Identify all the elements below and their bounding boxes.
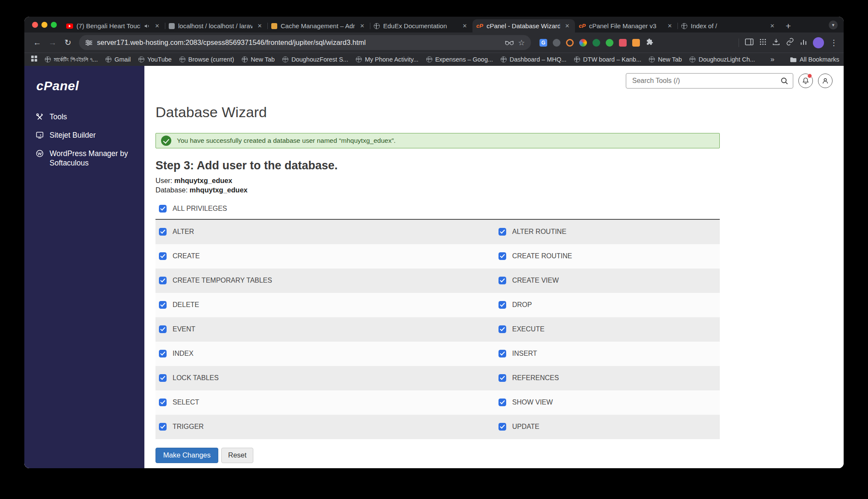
folder-icon	[790, 57, 797, 62]
minimize-window-button[interactable]	[41, 22, 47, 28]
bookmark-item[interactable]: YouTube	[138, 56, 172, 63]
bookmark-apps-icon[interactable]	[31, 56, 37, 63]
privilege-label: CREATE VIEW	[512, 277, 559, 284]
privilege-checkbox[interactable]	[499, 374, 506, 382]
tab-cpanel-file-manager[interactable]: cP cPanel File Manager v3 ✕	[575, 19, 677, 32]
tab-bengali-heart-touching[interactable]: (7) Bengali Heart Touchin ✕	[62, 19, 165, 32]
tab-close-icon[interactable]: ✕	[153, 22, 161, 30]
privilege-checkbox[interactable]	[159, 301, 167, 309]
toolbar-separator	[739, 38, 739, 47]
tab-cpanel-database-wizard[interactable]: cP cPanel - Database Wizard ✕	[472, 19, 575, 32]
cpanel-logo[interactable]: cPanel	[36, 79, 144, 93]
site-settings-icon[interactable]	[85, 39, 93, 46]
bookmark-item[interactable]: Dashboard – MHQ...	[501, 56, 566, 63]
extension-pink-icon[interactable]	[619, 39, 627, 47]
new-tab-button[interactable]: +	[782, 19, 795, 32]
notifications-button[interactable]	[798, 74, 813, 88]
close-window-button[interactable]	[32, 22, 38, 28]
extensions-puzzle-icon[interactable]	[645, 38, 654, 48]
url-text[interactable]: server171.web-hosting.com:2083/cpsess856…	[97, 38, 501, 47]
extension-orange-ring-icon[interactable]	[566, 39, 574, 47]
extension-green-shield-icon[interactable]	[592, 39, 600, 47]
sidebar-item-sitejet-builder[interactable]: Sitejet Builder	[24, 126, 144, 145]
privilege-checkbox[interactable]	[159, 423, 167, 431]
address-bar[interactable]: server171.web-hosting.com:2083/cpsess856…	[79, 35, 531, 50]
bookmark-item[interactable]: মার্কেটিং শিএইচলি ৭...	[45, 56, 98, 63]
bookmark-item[interactable]: DoughouzLight Ch...	[689, 56, 755, 63]
downloads-icon[interactable]	[772, 38, 780, 47]
privilege-checkbox[interactable]	[159, 374, 167, 382]
privilege-checkbox[interactable]	[499, 423, 506, 431]
sidebar-item-tools[interactable]: Tools	[24, 108, 144, 126]
sidebar-item-label: Tools	[50, 112, 67, 122]
bookmark-item[interactable]: New Tab	[242, 56, 275, 63]
back-button[interactable]: ←	[30, 36, 44, 50]
link-icon[interactable]	[786, 38, 794, 47]
tab-close-icon[interactable]: ✕	[256, 22, 264, 30]
privilege-checkbox[interactable]	[499, 301, 506, 309]
privilege-checkbox[interactable]	[499, 350, 506, 357]
all-bookmarks-button[interactable]: All Bookmarks	[790, 56, 839, 63]
bookmark-item[interactable]: DTW board – Kanb...	[574, 56, 641, 63]
privilege-checkbox[interactable]	[159, 228, 167, 236]
bookmark-item[interactable]: Gmail	[106, 56, 131, 63]
apps-grid-icon[interactable]	[760, 38, 766, 47]
browser-menu-icon[interactable]: ⋮	[830, 38, 838, 47]
bookmarks-overflow-icon[interactable]: »	[771, 55, 774, 64]
tab-close-icon[interactable]: ✕	[666, 22, 674, 30]
all-privileges-checkbox[interactable]	[159, 205, 167, 213]
account-button[interactable]	[818, 74, 833, 88]
privilege-checkbox[interactable]	[159, 325, 167, 333]
media-controls-icon[interactable]	[800, 38, 807, 47]
extension-multicolor-icon[interactable]	[579, 39, 587, 47]
tab-title: (7) Bengali Heart Touchin	[76, 22, 141, 30]
privilege-checkbox[interactable]	[499, 399, 506, 406]
extension-translate-icon[interactable]: G	[540, 39, 547, 47]
reading-mode-icon[interactable]	[505, 40, 514, 46]
profile-avatar[interactable]	[813, 37, 824, 48]
bookmark-item[interactable]: My Phone Activity...	[356, 56, 418, 63]
forward-button[interactable]: →	[46, 36, 59, 50]
tab-title: EduEx Documentation	[383, 22, 457, 30]
page-title: Database Wizard	[155, 104, 844, 121]
tab-close-icon[interactable]: ✕	[461, 22, 469, 30]
extension-green-icon[interactable]	[606, 39, 613, 47]
tab-localhost-laravel[interactable]: localhost / localhost / laravel | ✕	[165, 19, 267, 32]
privilege-checkbox[interactable]	[159, 252, 167, 260]
privilege-checkbox[interactable]	[159, 399, 167, 406]
tab-close-icon[interactable]: ✕	[768, 22, 776, 30]
extension-orange-icon[interactable]	[632, 39, 640, 47]
make-changes-button[interactable]: Make Changes	[155, 448, 218, 463]
tab-title: Cache Management – Admin	[281, 22, 355, 30]
bookmark-label: DTW board – Kanb...	[583, 56, 641, 63]
tab-search-button[interactable]: ▾	[829, 21, 838, 30]
database-label: Database:	[155, 186, 188, 194]
privilege-checkbox[interactable]	[499, 252, 506, 260]
privilege-checkbox[interactable]	[499, 325, 506, 333]
privilege-checkbox[interactable]	[499, 228, 506, 236]
tab-close-icon[interactable]: ✕	[563, 22, 571, 30]
tab-eduex-documentation[interactable]: EduEx Documentation ✕	[370, 19, 472, 32]
tab-index-of[interactable]: Index of / ✕	[677, 19, 780, 32]
privilege-checkbox[interactable]	[499, 277, 506, 284]
browser-toolbar: ← → ↻ server171.web-hosting.com:2083/cps…	[24, 32, 844, 53]
tab-cache-management[interactable]: Cache Management – Admin ✕	[267, 19, 370, 32]
sidebar-item-wordpress-manager[interactable]: WordPress Manager by Softaculous	[24, 145, 144, 173]
privilege-checkbox[interactable]	[159, 277, 167, 284]
reload-button[interactable]: ↻	[61, 36, 75, 50]
bookmark-label: DoughouzForest S...	[291, 56, 348, 63]
bookmark-item[interactable]: Browse (current)	[179, 56, 234, 63]
side-panel-icon[interactable]	[745, 38, 754, 47]
bookmark-label: YouTube	[147, 56, 172, 63]
search-icon[interactable]	[780, 77, 789, 85]
tab-close-icon[interactable]: ✕	[358, 22, 366, 30]
extension-shield-icon[interactable]	[553, 39, 560, 47]
zoom-window-button[interactable]	[51, 22, 57, 28]
bookmark-star-icon[interactable]: ☆	[518, 38, 525, 47]
reset-button[interactable]: Reset	[221, 448, 253, 463]
bookmark-item[interactable]: Expensens – Goog...	[426, 56, 493, 63]
privilege-checkbox[interactable]	[159, 350, 167, 357]
bookmark-item[interactable]: DoughouzForest S...	[282, 56, 348, 63]
bookmark-item[interactable]: New Tab	[649, 56, 682, 63]
search-input[interactable]	[631, 77, 780, 85]
